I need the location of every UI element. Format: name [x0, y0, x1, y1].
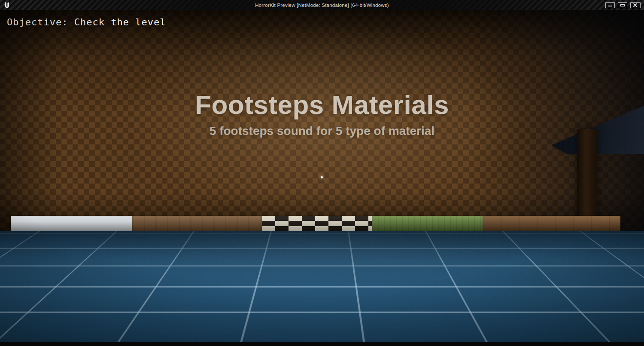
- minimize-button[interactable]: [605, 2, 615, 8]
- app-window: HorrorKit Preview [NetMode: Standalone] …: [0, 0, 644, 346]
- crosshair-dot: [321, 176, 323, 178]
- close-icon: [631, 3, 640, 8]
- wall-pillar: [577, 129, 597, 217]
- blueprint-floor: [0, 231, 644, 342]
- material-strip: [11, 216, 620, 232]
- game-viewport[interactable]: Footsteps Materials 5 footsteps sound fo…: [0, 10, 644, 342]
- window-title: HorrorKit Preview [NetMode: Standalone] …: [0, 0, 644, 10]
- close-button[interactable]: [630, 2, 641, 8]
- material-sample-wood: [483, 216, 620, 232]
- floor-shading: [0, 231, 644, 342]
- material-sample-dirt: [132, 216, 262, 232]
- material-sample-snow: [11, 216, 132, 232]
- titlebar[interactable]: HorrorKit Preview [NetMode: Standalone] …: [0, 0, 644, 10]
- material-sample-grass: [372, 216, 483, 232]
- maximize-button[interactable]: [618, 2, 627, 8]
- minimize-icon: [608, 6, 612, 6]
- window-controls: [605, 2, 641, 8]
- maximize-icon: [620, 4, 625, 6]
- objective-text: Objective: Check the level: [7, 17, 166, 28]
- material-sample-tile: [262, 216, 372, 232]
- window-bottom-edge: [0, 342, 644, 346]
